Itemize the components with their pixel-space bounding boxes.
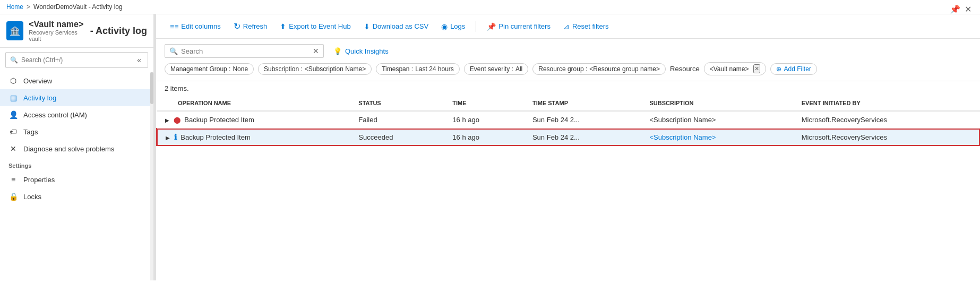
row2-event-initiated: Microsoft.RecoveryServices [793, 129, 980, 146]
sidebar-item-tags[interactable]: 🏷 Tags [0, 123, 153, 140]
edit-columns-label: Edit columns [181, 22, 220, 30]
breadcrumb-home[interactable]: Home [6, 3, 23, 11]
refresh-label: Refresh [243, 22, 268, 30]
window-controls: 📌 ✕ [950, 4, 972, 14]
logs-button[interactable]: ◉ Logs [436, 20, 470, 33]
col-operation-name: OPERATION NAME [157, 96, 350, 111]
sidebar-search-input[interactable] [21, 56, 132, 64]
settings-section-title: Settings [0, 157, 153, 171]
quick-insights-button[interactable]: 💡 Quick Insights [329, 45, 393, 57]
vault-name: <Vault name> [29, 20, 84, 29]
row1-timestamp: Sun Feb 24 2... [524, 111, 641, 129]
diagnose-icon: ✕ [8, 144, 18, 153]
row2-subscription-link[interactable]: <Subscription Name> [649, 133, 716, 141]
export-event-hub-label: Export to Event Hub [289, 22, 350, 30]
filter-pill-event-severity[interactable]: Event severity : All [464, 63, 528, 75]
filter-pill-management-group[interactable]: Management Group : None [165, 63, 254, 75]
activity-log-table: OPERATION NAME STATUS TIME TIME STAMP SU… [156, 96, 980, 146]
logs-icon: ◉ [441, 22, 448, 31]
pin-filters-label: Pin current filters [498, 22, 551, 30]
download-csv-button[interactable]: ⬇ Download as CSV [358, 20, 434, 33]
sidebar-item-activity-log[interactable]: ▦ Activity log [0, 89, 153, 106]
locks-icon: 🔒 [8, 192, 18, 201]
row1-operation: ▶ ⬤ Backup Protected Item [157, 111, 350, 129]
table-header-row: OPERATION NAME STATUS TIME TIME STAMP SU… [157, 96, 980, 111]
filter-label: Management Group : [170, 65, 230, 73]
table-row[interactable]: ▶ ⬤ Backup Protected Item Failed 16 h ag… [157, 111, 980, 129]
col-status: STATUS [350, 96, 444, 111]
refresh-button[interactable]: ↻ Refresh [228, 19, 273, 34]
filter-row-1: 🔍 ✕ 💡 Quick Insights [165, 44, 972, 58]
pin-window-button[interactable]: 📌 [950, 4, 960, 14]
table-wrapper: OPERATION NAME STATUS TIME TIME STAMP SU… [156, 96, 980, 280]
sidebar-item-overview[interactable]: ⬡ Overview [0, 72, 153, 89]
sidebar-item-label: Diagnose and solve problems [23, 145, 114, 153]
row1-status: Failed [350, 111, 444, 129]
reset-filters-icon: ⊿ [563, 22, 570, 31]
row2-subscription: <Subscription Name> [641, 129, 793, 146]
add-filter-icon: ⊕ [776, 65, 781, 73]
logs-label: Logs [450, 22, 465, 30]
reset-filters-button[interactable]: ⊿ Reset filters [558, 20, 614, 33]
download-icon: ⬇ [364, 22, 370, 31]
sidebar-item-locks[interactable]: 🔒 Locks [0, 188, 153, 205]
edit-columns-button[interactable]: ≡≡ Edit columns [165, 20, 226, 33]
row2-timestamp: Sun Feb 24 2... [524, 129, 641, 146]
toolbar: ≡≡ Edit columns ↻ Refresh ⬆ Export to Ev… [156, 14, 980, 39]
pin-filters-button[interactable]: 📌 Pin current filters [482, 20, 556, 33]
add-filter-label: Add Filter [784, 65, 811, 73]
search-box: 🔍 ✕ [165, 44, 324, 58]
filter-row-2: Management Group : None Subscription : <… [165, 62, 972, 75]
export-event-hub-button[interactable]: ⬆ Export to Event Hub [274, 20, 356, 33]
filter-value: All [515, 65, 522, 73]
row2-operation: ▶ ℹ Backup Protected Item [157, 129, 350, 146]
edit-columns-icon: ≡≡ [170, 22, 178, 31]
download-csv-label: Download as CSV [373, 22, 429, 30]
filter-label: Subscription : [264, 65, 303, 73]
sidebar-item-label: Overview [23, 77, 52, 85]
sidebar: 🏦 <Vault name> Recovery Services vault -… [0, 14, 154, 280]
sidebar-item-access-control[interactable]: 👤 Access control (IAM) [0, 106, 153, 123]
row2-expand-button[interactable]: ▶ [166, 135, 170, 141]
col-subscription: SUBSCRIPTION [641, 96, 793, 111]
filter-value: Last 24 hours [415, 65, 454, 73]
filter-pill-resource-group[interactable]: Resource group : <Resource group name> [532, 63, 666, 75]
sidebar-item-label: Locks [23, 193, 41, 201]
sidebar-item-label: Tags [23, 128, 38, 136]
activity-log-icon: ▦ [8, 93, 18, 102]
reset-filters-label: Reset filters [572, 22, 609, 30]
col-time: TIME [444, 96, 524, 111]
filter-label: Event severity : [470, 65, 513, 73]
vault-info: <Vault name> Recovery Services vault [29, 20, 84, 42]
col-event-initiated: EVENT INITIATED BY [793, 96, 980, 111]
breadcrumb-current: WonderDemoVault - Activity log [33, 3, 123, 11]
filter-pill-resource[interactable]: <Vault name> ✕ [704, 62, 766, 75]
properties-icon: ≡ [8, 175, 18, 184]
row1-subscription: <Subscription Name> [641, 111, 793, 129]
refresh-icon: ↻ [234, 21, 240, 31]
filter-pill-close-button[interactable]: ✕ [753, 64, 760, 73]
search-clear-button[interactable]: ✕ [313, 47, 319, 55]
vault-icon: 🏦 [6, 21, 23, 40]
filter-pill-timespan[interactable]: Timespan : Last 24 hours [376, 63, 460, 75]
row1-time: 16 h ago [444, 111, 524, 129]
sidebar-collapse-button[interactable]: « [135, 55, 143, 65]
table-row[interactable]: ▶ ℹ Backup Protected Item Succeeded 16 h… [157, 129, 980, 146]
add-filter-button[interactable]: ⊕ Add Filter [770, 63, 817, 75]
filter-pill-subscription[interactable]: Subscription : <Subscription Name> [258, 63, 372, 75]
tags-icon: 🏷 [8, 127, 18, 136]
filter-value: None [233, 65, 248, 73]
sidebar-item-label: Activity log [23, 94, 56, 102]
row2-status: Succeeded [350, 129, 444, 146]
row1-operation-name: Backup Protected Item [184, 116, 254, 124]
search-input[interactable] [181, 47, 310, 55]
vault-subtitle: Recovery Services vault [29, 29, 84, 42]
sidebar-search-container: 🔍 « [5, 52, 148, 68]
sidebar-item-diagnose[interactable]: ✕ Diagnose and solve problems [0, 140, 153, 157]
page-title: - Activity log [90, 25, 147, 37]
export-icon: ⬆ [280, 22, 286, 31]
close-window-button[interactable]: ✕ [965, 4, 972, 14]
sidebar-search-icon: 🔍 [10, 56, 18, 64]
sidebar-item-properties[interactable]: ≡ Properties [0, 171, 153, 188]
row1-expand-button[interactable]: ▶ [165, 117, 169, 123]
